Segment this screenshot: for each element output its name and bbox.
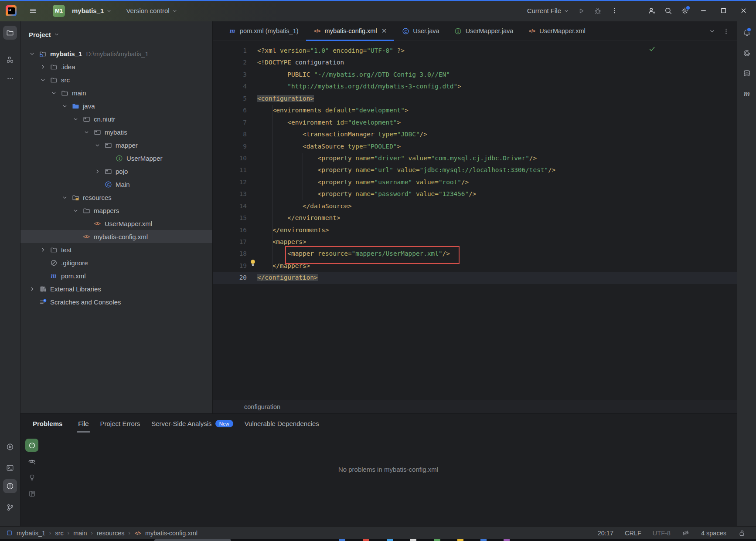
maximize-button[interactable] (714, 3, 732, 18)
editor-tab-UserMapper.java[interactable]: IUserMapper.java (447, 21, 521, 41)
editor-tab-UserMapper.xml[interactable]: </>UserMapper.xml (521, 21, 593, 41)
code-line-20[interactable]: 20</configuration> (213, 272, 737, 284)
project-panel-header[interactable]: Project (20, 27, 212, 42)
tree-item-Main[interactable]: CMain (20, 178, 212, 191)
intention-bulb-icon[interactable] (249, 259, 257, 267)
analyze-power-button[interactable] (25, 439, 38, 452)
problems-tab-File[interactable]: File (72, 414, 94, 433)
chevron-down-icon[interactable] (28, 50, 35, 57)
tool-window-terminal-button[interactable] (3, 461, 17, 475)
code-with-me-button[interactable] (644, 3, 659, 18)
tree-item-test[interactable]: test (20, 243, 212, 256)
code-line-3[interactable]: 3 PUBLIC "-//mybatis.org//DTD Config 3.0… (213, 69, 737, 81)
tree-item-pojo[interactable]: pojo (20, 165, 212, 178)
tree-item-mybatis[interactable]: mybatis (20, 125, 212, 139)
code-line-12[interactable]: 12 <property name="username" value="root… (213, 176, 737, 188)
open-details-button[interactable] (25, 487, 38, 500)
code-line-15[interactable]: 15 </environment> (213, 212, 737, 224)
statusbar-breadcrumb-src[interactable]: src (55, 530, 63, 537)
tree-item-.gitignore[interactable]: .gitignore (20, 256, 212, 269)
chevron-down-icon[interactable] (39, 76, 46, 83)
minimize-button[interactable] (694, 3, 712, 18)
code-line-8[interactable]: 8 <transactionManager type="JDBC"/> (213, 128, 737, 140)
editor-tab-mybatis-config.xml[interactable]: </>mybatis-config.xml✕ (306, 21, 395, 41)
statusbar-breadcrumb-resources[interactable]: resources (97, 530, 125, 537)
chevron-right-icon[interactable] (28, 285, 35, 292)
tree-item-Scratches and Consoles[interactable]: Scratches and Consoles (20, 295, 212, 308)
more-tool-windows-button[interactable] (3, 71, 17, 85)
tree-item-UserMapper.xml[interactable]: </>UserMapper.xml (20, 217, 212, 230)
code-line-6[interactable]: 6 <environments default="development"> (213, 105, 737, 116)
main-menu-icon[interactable] (28, 6, 38, 16)
statusbar-breadcrumb-main[interactable]: main (73, 530, 87, 537)
file-encoding[interactable]: UTF-8 (653, 530, 671, 537)
chevron-down-icon[interactable] (61, 194, 68, 201)
code-editor[interactable]: 1<?xml version="1.0" encoding="UTF-8" ?>… (213, 41, 737, 400)
indent-setting[interactable]: 4 spaces (701, 530, 726, 537)
code-line-10[interactable]: 10 <property name="driver" value="com.my… (213, 152, 737, 164)
close-button[interactable] (734, 3, 753, 18)
chevron-down-icon[interactable] (72, 207, 79, 214)
database-button[interactable] (740, 66, 754, 80)
lock-open-icon[interactable] (738, 529, 746, 537)
tree-item-UserMapper[interactable]: IUserMapper (20, 152, 212, 165)
statusbar-breadcrumb-mybatis-config.xml[interactable]: mybatis-config.xml (145, 530, 198, 537)
problems-tab-Vulnerable Dependencies[interactable]: Vulnerable Dependencies (239, 414, 325, 433)
close-tab-icon[interactable]: ✕ (381, 27, 387, 35)
settings-button[interactable] (678, 3, 692, 18)
editor-tab-pom.xml (mybatis_1)[interactable]: mpom.xml (mybatis_1) (221, 21, 306, 41)
code-line-5[interactable]: 5<configuration> (213, 93, 737, 105)
line-separator[interactable]: CRLF (625, 530, 641, 537)
tree-item-mybatis-config.xml[interactable]: </>mybatis-config.xml (20, 230, 212, 243)
ai-assistant-button[interactable] (740, 46, 754, 60)
search-everywhere-button[interactable] (661, 3, 676, 18)
project-icon[interactable]: M1 (53, 5, 65, 17)
tool-window-git-button[interactable] (3, 500, 17, 514)
tree-item-cn.niutr[interactable]: cn.niutr (20, 112, 212, 125)
run-button[interactable] (574, 3, 589, 18)
editor-tab-User.java[interactable]: CUser.java (394, 21, 446, 41)
vcs-widget[interactable]: Version control (123, 5, 180, 17)
tree-item-.idea[interactable]: .idea (20, 60, 212, 73)
code-line-9[interactable]: 9 <dataSource type="POOLED"> (213, 141, 737, 152)
chevron-right-icon[interactable] (39, 63, 46, 70)
chevron-right-icon[interactable] (39, 246, 46, 253)
code-line-2[interactable]: 2<!DOCTYPE configuration (213, 57, 737, 68)
quick-fix-button[interactable] (25, 471, 38, 484)
code-line-1[interactable]: 1<?xml version="1.0" encoding="UTF-8" ?> (213, 45, 737, 57)
debug-button[interactable] (590, 3, 605, 18)
tool-window-project-button[interactable] (3, 26, 17, 40)
tree-item-mappers[interactable]: mappers (20, 204, 212, 217)
problems-tab-Project Errors[interactable]: Project Errors (95, 414, 146, 433)
chevron-down-icon[interactable] (94, 142, 101, 149)
problems-title[interactable]: Problems (33, 420, 62, 427)
project-widget[interactable]: mybatis_1 (69, 5, 115, 17)
statusbar-breadcrumb-mybatis_1[interactable]: mybatis_1 (17, 530, 45, 537)
code-line-13[interactable]: 13 <property name="password" value="1234… (213, 188, 737, 200)
tool-window-services-button[interactable] (3, 440, 17, 454)
tool-window-structure-button[interactable] (3, 53, 17, 67)
caret-position[interactable]: 20:17 (598, 530, 613, 537)
hidden-tabs-chevron-icon[interactable] (708, 27, 716, 35)
chevron-right-icon[interactable] (94, 168, 101, 175)
tree-item-java[interactable]: java (20, 99, 212, 112)
maven-button[interactable]: m (740, 87, 754, 101)
tree-item-mybatis_1[interactable]: mybatis_1D:\mybatis\mybatis_1 (20, 47, 212, 60)
chevron-down-icon[interactable] (61, 102, 68, 109)
code-line-7[interactable]: 7 <environment id="development"> (213, 117, 737, 128)
inspections-ok-icon[interactable] (648, 45, 656, 53)
tree-item-mapper[interactable]: mapper (20, 139, 212, 152)
run-configuration-selector[interactable]: Current File (524, 5, 572, 17)
code-line-16[interactable]: 16 </environments> (213, 224, 737, 236)
chevron-down-icon[interactable] (83, 128, 90, 135)
tool-window-problems-button[interactable] (3, 479, 17, 493)
highlighting-off-icon[interactable] (682, 529, 690, 537)
tree-item-src[interactable]: src (20, 73, 212, 86)
tree-item-External Libraries[interactable]: External Libraries (20, 282, 212, 295)
tab-options-icon[interactable] (722, 27, 730, 35)
tree-item-resources[interactable]: resources (20, 191, 212, 204)
code-line-4[interactable]: 4 "http://mybatis.org/dtd/mybatis-3-conf… (213, 81, 737, 92)
chevron-down-icon[interactable] (72, 115, 79, 122)
notifications-button[interactable] (740, 26, 754, 40)
code-line-11[interactable]: 11 <property name="url" value="jdbc:mysq… (213, 164, 737, 176)
